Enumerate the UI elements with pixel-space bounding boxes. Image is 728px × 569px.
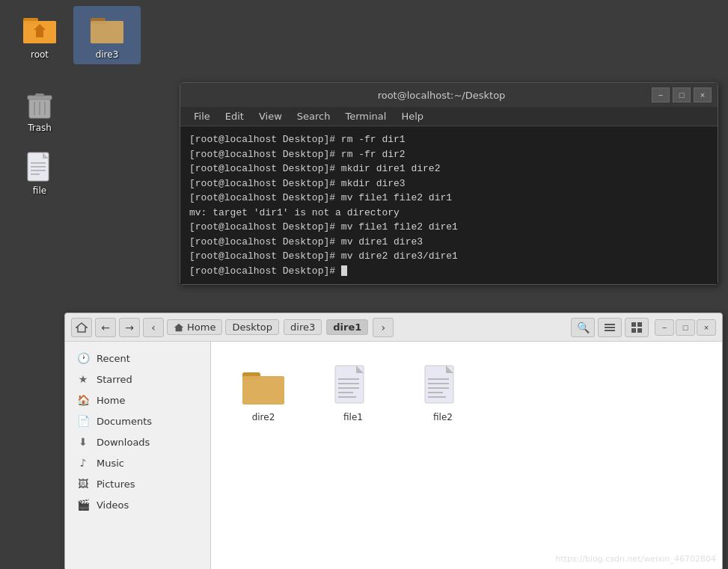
sidebar-item-music-label: Music [97,458,124,469]
fm-sidebar: 🕐 Recent ★ Starred 🏠 Home 📄 Documents ⬇ [65,342,211,569]
fm-back-btn[interactable]: ← [95,318,116,337]
desktop-icon-trash[interactable]: Trash [6,82,73,138]
home-icon [76,322,88,333]
sidebar-item-downloads-label: Downloads [97,437,150,448]
terminal-maximize-btn[interactable]: □ [673,87,691,102]
terminal-line-1: [root@localhost Desktop]# rm -fr dir2 [189,147,709,162]
sidebar-item-videos[interactable]: 🎬 Videos [65,494,210,515]
svg-rect-10 [35,93,44,96]
svg-rect-28 [637,328,642,333]
svg-rect-25 [631,322,636,327]
fm-close-btn[interactable]: × [697,319,716,336]
terminal-menu-file[interactable]: File [186,108,218,124]
fm-breadcrumb-dire1[interactable]: dire1 [326,319,368,335]
terminal-line-6: [root@localhost Desktop]# mv file1 file2… [189,220,709,235]
terminal-menu-view[interactable]: View [251,108,290,124]
sidebar-item-recent-label: Recent [97,353,130,364]
grid-view-icon [631,322,643,333]
terminal-line-3: [root@localhost Desktop]# mkdir dire3 [189,176,709,191]
desktop-top-icons: root dire3 [0,0,147,70]
fm-minimize-btn[interactable]: − [655,319,674,336]
desktop-icon-file[interactable]: file [6,145,73,200]
fm-titlebar: ← → ‹ Home Desktop dire3 dire1 › 🔍 [65,313,722,342]
terminal-content[interactable]: [root@localhost Desktop]# rm -fr dir1 [r… [180,126,718,284]
fm-list-view-btn[interactable] [598,318,622,337]
sidebar-item-documents[interactable]: 📄 Documents [65,410,210,431]
trash-icon [22,87,58,123]
sidebar-item-videos-label: Videos [97,499,129,511]
fm-breadcrumb-home-label: Home [187,322,215,333]
desktop-icon-dire3-label: dire3 [96,49,119,60]
terminal-menu-search[interactable]: Search [290,108,338,124]
sidebar-item-starred[interactable]: ★ Starred [65,369,210,390]
desktop-icon-trash-label: Trash [28,123,52,133]
svg-rect-4 [36,30,43,37]
breadcrumb-home-icon [174,322,184,333]
terminal-line-2: [root@localhost Desktop]# mkdir dire1 di… [189,162,709,176]
terminal-line-4: [root@localhost Desktop]# mv file1 file2… [189,191,709,206]
fm-win-controls: − □ × [655,319,716,336]
starred-icon: ★ [77,373,89,385]
desktop: root dire3 [0,0,728,569]
fm-file-file2[interactable]: file2 [406,357,480,428]
sidebar-item-pictures-label: Pictures [97,479,135,490]
svg-marker-21 [174,323,183,331]
terminal-menubar: File Edit View Search Terminal Help [180,107,718,126]
downloads-icon: ⬇ [77,436,89,448]
terminal-win-controls: − □ × [652,87,712,102]
fm-breadcrumb-home[interactable]: Home [167,319,222,335]
filemanager-window: ← → ‹ Home Desktop dire3 dire1 › 🔍 [64,313,723,569]
dire2-folder-icon [241,363,286,407]
svg-marker-20 [76,323,87,332]
desktop-icon-file-label: file [33,185,46,196]
terminal-title: root@localhost:~/Desktop [231,90,652,101]
sidebar-item-downloads[interactable]: ⬇ Downloads [65,431,210,452]
desktop-icon-root[interactable]: root [6,6,73,64]
svg-rect-26 [637,322,642,327]
desktop-icon-dire3[interactable]: dire3 [73,6,141,64]
svg-rect-24 [605,330,615,331]
file1-icon [331,363,376,407]
sidebar-item-starred-label: Starred [97,374,132,385]
terminal-line-0: [root@localhost Desktop]# rm -fr dir1 [189,132,709,147]
fm-breadcrumb-desktop[interactable]: Desktop [225,319,279,335]
root-folder-icon [22,10,58,46]
fm-search-btn[interactable]: 🔍 [571,318,595,337]
list-view-icon [604,322,616,333]
sidebar-item-home[interactable]: 🏠 Home [65,390,210,410]
svg-rect-23 [605,327,615,328]
dire3-folder-icon [89,10,125,46]
home-sidebar-icon: 🏠 [77,394,89,406]
fm-up-btn[interactable]: ‹ [143,318,164,337]
terminal-menu-help[interactable]: Help [394,108,431,124]
terminal-line-8: [root@localhost Desktop]# mv dire2 dire3… [189,249,709,264]
svg-rect-7 [91,21,123,43]
sidebar-item-recent[interactable]: 🕐 Recent [65,348,210,369]
sidebar-item-music[interactable]: ♪ Music [65,452,210,473]
terminal-minimize-btn[interactable]: − [652,87,670,102]
sidebar-item-pictures[interactable]: 🖼 Pictures [65,473,210,494]
terminal-line-9: [root@localhost Desktop]# [189,264,709,279]
fm-forward-btn[interactable]: → [119,318,140,337]
terminal-menu-terminal[interactable]: Terminal [337,108,394,124]
fm-breadcrumb-more-btn[interactable]: › [373,318,394,337]
fm-file-file2-label: file2 [433,412,453,422]
fm-breadcrumb-dire3[interactable]: dire3 [284,319,322,335]
fm-file-file1-label: file1 [343,412,363,422]
terminal-menu-edit[interactable]: Edit [218,108,251,124]
pictures-icon: 🖼 [77,478,89,490]
documents-icon: 📄 [77,415,89,427]
desktop-left-icons: Trash file [6,82,73,200]
terminal-close-btn[interactable]: × [694,87,712,102]
fm-grid-view-btn[interactable] [625,318,649,337]
terminal-cursor [341,265,347,276]
terminal-line-7: [root@localhost Desktop]# mv dire1 dire3 [189,235,709,250]
videos-icon: 🎬 [77,499,89,511]
fm-files-area: dire2 file1 [211,342,722,569]
fm-maximize-btn[interactable]: □ [676,319,695,336]
watermark: https://blog.csdn.net/weixin_46702804 [555,554,716,564]
fm-file-dire2-label: dire2 [252,412,275,422]
fm-home-icon-btn[interactable] [71,318,92,337]
fm-file-dire2[interactable]: dire2 [226,357,301,428]
fm-file-file1[interactable]: file1 [316,357,391,428]
